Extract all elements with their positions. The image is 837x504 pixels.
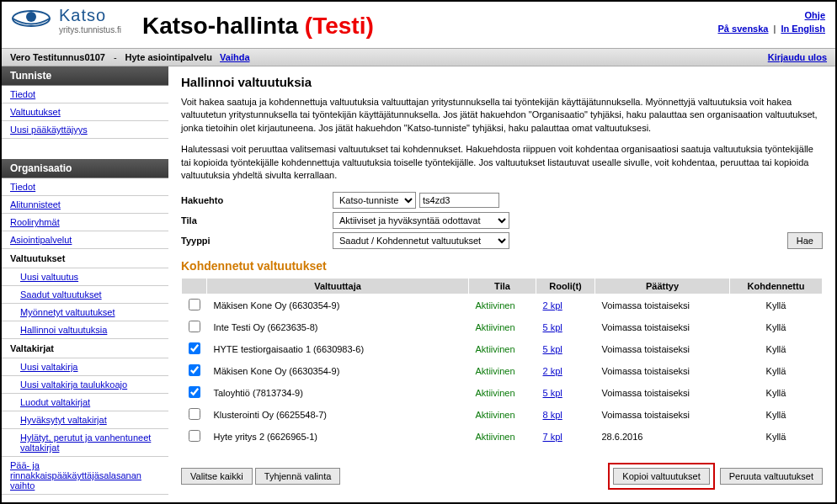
hakuehto-input[interactable] (419, 193, 499, 208)
cell-tila: Aktiivinen (476, 322, 515, 332)
cell-paattyy: Voimassa toistaiseksi (595, 360, 730, 382)
nav-header-tunniste: Tunniste (2, 66, 168, 86)
lang-en-link[interactable]: In English (781, 24, 825, 34)
row-checkbox[interactable] (189, 364, 200, 376)
tyyppi-label: Tyyppi (181, 236, 333, 246)
nav-uusi-valtakirja-taulukkoajo[interactable]: Uusi valtakirja taulukkoajo (20, 379, 127, 390)
switch-link[interactable]: Vaihda (220, 52, 249, 62)
row-checkbox[interactable] (189, 321, 200, 332)
tila-label: Tila (181, 215, 333, 225)
lang-sv-link[interactable]: På svenska (718, 24, 769, 34)
cell-kohdennettu: Kyllä (730, 426, 823, 448)
cell-valtuuttaja: Hyte yritys 2 (6626965-1) (207, 426, 469, 448)
cell-kohdennettu: Kyllä (730, 360, 823, 382)
nav-subhead-valtakirjat: Valtakirjat (2, 339, 168, 358)
table-row: Mäkisen Kone Oy (6630354-9)Aktiivinen2 k… (182, 360, 823, 382)
nav-hylatyt-valtakirjat[interactable]: Hylätyt, perutut ja vanhentuneet valtaki… (20, 432, 151, 453)
table-row: Taloyhtiö (7813734-9)Aktiivinen5 kplVoim… (182, 382, 823, 404)
cell-roolit-link[interactable]: 2 kpl (543, 366, 562, 376)
cell-valtuuttaja: Mäkisen Kone Oy (6630354-9) (207, 360, 469, 382)
table-row: Inte Testi Oy (6623635-8)Aktiivinen5 kpl… (182, 316, 823, 338)
cell-tila: Aktiivinen (476, 410, 515, 420)
cell-roolit-link[interactable]: 2 kpl (543, 300, 562, 310)
cell-paattyy: Voimassa toistaiseksi (595, 338, 730, 360)
hakuehto-label: Hakuehto (181, 195, 333, 205)
nav-hallinnoi-valtuutuksia[interactable]: Hallinnoi valtuutuksia (20, 325, 107, 335)
eye-logo-icon (10, 6, 52, 31)
table-row: Hyte yritys 2 (6626965-1)Aktiivinen7 kpl… (182, 426, 823, 448)
table-row: Klusterointi Oy (6625548-7)Aktiivinen8 k… (182, 404, 823, 426)
hakuehto-select[interactable]: Katso-tunniste (333, 192, 416, 209)
cell-roolit-link[interactable]: 5 kpl (543, 344, 562, 354)
select-all-button[interactable]: Valitse kaikki (181, 468, 253, 485)
cell-tila: Aktiivinen (476, 366, 515, 376)
table-row: Mäkisen Kone Oy (6630354-9)Aktiivinen2 k… (182, 294, 823, 317)
search-form: Hakuehto Katso-tunniste Tila Aktiiviset … (181, 192, 823, 249)
nav-subhead-valtuutukset: Valtuutukset (2, 249, 168, 268)
user-bar: Vero Testitunnus0107 - Hyte asiointipalv… (2, 48, 835, 66)
col-tila: Tila (469, 279, 536, 294)
cell-valtuuttaja: Mäkisen Kone Oy (6630354-9) (207, 294, 469, 317)
col-roolit: Rooli(t) (536, 279, 595, 294)
nav-uusi-paakayttajyys[interactable]: Uusi pääkäyttäjyys (10, 125, 88, 135)
row-checkbox[interactable] (189, 299, 200, 310)
nav-rooliryhmat[interactable]: Rooliryhmät (10, 217, 60, 227)
cell-paattyy: Voimassa toistaiseksi (595, 382, 730, 404)
cell-valtuuttaja: Taloyhtiö (7813734-9) (207, 382, 469, 404)
logo: Katso yritys.tunnistus.fi (10, 6, 121, 34)
nav-myonnetyt-valtuutukset[interactable]: Myönnetyt valtuutukset (20, 307, 115, 317)
nav-valtuutukset[interactable]: Valtuutukset (10, 107, 61, 117)
username: Vero Testitunnus0107 (10, 52, 105, 62)
cell-tila: Aktiivinen (476, 388, 515, 398)
nav-header-organisaatio: Organisaatio (2, 159, 168, 178)
page-title: Katso-hallinta (Testi) (142, 13, 374, 40)
cell-kohdennettu: Kyllä (730, 294, 823, 317)
col-paattyy: Päättyy (595, 279, 730, 294)
row-checkbox[interactable] (189, 408, 200, 420)
table-row: HYTE testiorgaisaatio 1 (6630983-6)Aktii… (182, 338, 823, 360)
cell-valtuuttaja: Klusterointi Oy (6625548-7) (207, 404, 469, 426)
logout-link[interactable]: Kirjaudu ulos (768, 52, 827, 62)
clear-selection-button[interactable]: Tyhjennä valinta (255, 468, 341, 485)
cell-kohdennettu: Kyllä (730, 338, 823, 360)
results-table: Valtuuttaja Tila Rooli(t) Päättyy Kohden… (181, 278, 823, 448)
logo-title: Katso (59, 6, 121, 25)
cell-paattyy: Voimassa toistaiseksi (595, 316, 730, 338)
action-row: Valitse kaikki Tyhjennä valinta Kopioi v… (181, 463, 823, 490)
cell-roolit-link[interactable]: 8 kpl (543, 410, 562, 420)
sidebar: Tunniste Tiedot Valtuutukset Uusi pääkäy… (2, 66, 168, 498)
cell-tila: Aktiivinen (476, 344, 515, 354)
nav-luodut-valtakirjat[interactable]: Luodut valtakirjat (20, 397, 90, 407)
tyyppi-select[interactable]: Saadut / Kohdennetut valtuutukset (333, 232, 509, 249)
col-kohdennettu: Kohdennettu (730, 279, 823, 294)
nav-saadut-valtuutukset[interactable]: Saadut valtuutukset (20, 289, 102, 300)
tila-select[interactable]: Aktiiviset ja hyväksyntää odottavat (333, 212, 509, 229)
cell-roolit-link[interactable]: 5 kpl (543, 388, 562, 398)
intro-para-1: Voit hakea saatuja ja kohdennettuja valt… (181, 96, 823, 135)
cell-paattyy: Voimassa toistaiseksi (595, 404, 730, 426)
row-checkbox[interactable] (189, 342, 200, 354)
cancel-button[interactable]: Peruuta valtuutukset (720, 468, 823, 485)
nav-org-tiedot[interactable]: Tiedot (10, 182, 35, 192)
nav-hyvaksytyt-valtakirjat[interactable]: Hyväksytyt valtakirjat (20, 415, 107, 425)
cell-kohdennettu: Kyllä (730, 382, 823, 404)
cell-kohdennettu: Kyllä (730, 404, 823, 426)
nav-tiedot[interactable]: Tiedot (10, 89, 35, 99)
cell-tila: Aktiivinen (476, 432, 515, 442)
cell-roolit-link[interactable]: 5 kpl (543, 322, 562, 332)
hae-button[interactable]: Hae (787, 232, 823, 249)
nav-alitunnisteet[interactable]: Alitunnisteet (10, 199, 61, 210)
nav-uusi-valtakirja[interactable]: Uusi valtakirja (20, 362, 77, 372)
help-link[interactable]: Ohje (805, 10, 825, 20)
section-title: Kohdennetut valtuutukset (181, 259, 823, 273)
row-checkbox[interactable] (189, 430, 200, 442)
svg-point-1 (26, 12, 36, 22)
cell-kohdennettu: Kyllä (730, 316, 823, 338)
copy-button[interactable]: Kopioi valtuutukset (613, 468, 709, 485)
cell-paattyy: 28.6.2016 (595, 426, 730, 448)
cell-roolit-link[interactable]: 7 kpl (543, 432, 562, 442)
nav-uusi-valtuutus[interactable]: Uusi valtuutus (20, 272, 78, 282)
nav-asiointipalvelut[interactable]: Asiointipalvelut (10, 235, 72, 245)
row-checkbox[interactable] (189, 386, 200, 398)
nav-salasanan-vaihto[interactable]: Pää- ja rinnakkaispääkäyttäjäsalasanan v… (10, 460, 141, 491)
